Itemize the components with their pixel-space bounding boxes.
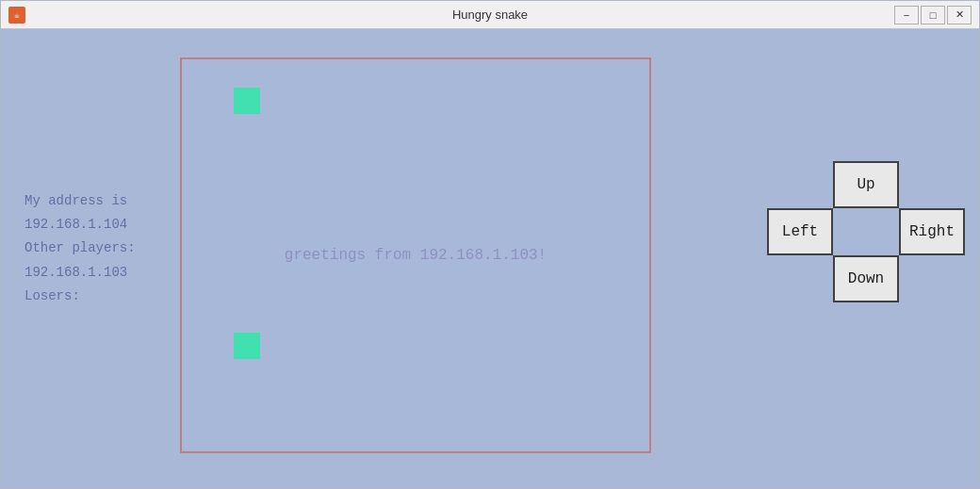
controls-panel: Up Left Right Down xyxy=(762,39,970,302)
greeting-text: greetings from 192.168.1.103! xyxy=(285,247,547,264)
title-bar-left: ☕ xyxy=(8,7,25,24)
snake-segment-1 xyxy=(234,88,260,114)
title-bar: ☕ Hungry snake − □ ✕ xyxy=(1,1,979,29)
close-button[interactable]: ✕ xyxy=(947,6,972,24)
losers-label: Losers: xyxy=(24,285,161,308)
right-button[interactable]: Right xyxy=(899,208,965,255)
left-button[interactable]: Left xyxy=(767,208,833,255)
game-board-container: greetings from 192.168.1.103! xyxy=(175,39,762,453)
snake-segment-2 xyxy=(234,333,260,359)
other-players-label: Other players: xyxy=(24,236,161,260)
address-value: 192.168.1.104 xyxy=(24,213,161,236)
up-row: Up xyxy=(833,161,899,208)
window-controls: − □ ✕ xyxy=(894,6,972,24)
main-content: My address is 192.168.1.104 Other player… xyxy=(1,29,979,488)
game-board: greetings from 192.168.1.103! xyxy=(180,57,651,453)
middle-row: Left Right xyxy=(767,208,965,255)
window-title: Hungry snake xyxy=(452,8,528,22)
down-row: Down xyxy=(833,255,899,302)
down-button[interactable]: Down xyxy=(833,255,899,302)
maximize-button[interactable]: □ xyxy=(921,6,945,24)
info-panel: My address is 192.168.1.104 Other player… xyxy=(10,180,175,318)
minimize-button[interactable]: − xyxy=(894,6,919,24)
app-icon: ☕ xyxy=(8,7,25,24)
window-frame: ☕ Hungry snake − □ ✕ My address is 192.1… xyxy=(0,0,980,489)
center-spacer xyxy=(833,208,899,255)
up-button[interactable]: Up xyxy=(833,161,899,208)
address-label: My address is xyxy=(24,189,161,213)
other-player: 192.168.1.103 xyxy=(24,261,161,285)
